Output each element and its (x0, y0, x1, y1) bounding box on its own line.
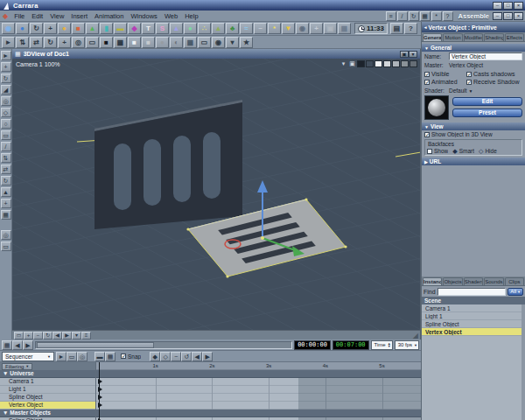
gouraud-mode-icon[interactable] (383, 60, 391, 67)
scale-tool-icon[interactable]: ◢ (1, 85, 11, 94)
menu-help[interactable]: Help (181, 12, 201, 20)
hand-tool-icon[interactable]: ▭ (66, 352, 77, 361)
production-frame-icon[interactable]: ▭ (198, 37, 211, 48)
next-view-icon[interactable]: ▶ (62, 332, 72, 340)
shaded-globe-icon[interactable]: ● (16, 23, 29, 34)
filtering-dropdown[interactable]: Filtering ▼ (2, 363, 32, 370)
viewport-canvas[interactable]: Camera 1 100% ▾▣ (12, 59, 420, 330)
time-unit-control[interactable]: Time ▲▼ (371, 340, 393, 350)
rotate-scene-icon[interactable]: ↻ (30, 23, 43, 34)
maximize-button[interactable]: □ (503, 2, 513, 10)
sphere-primitive-icon[interactable]: ● (58, 23, 71, 34)
particle-emitter-icon[interactable]: ∴ (198, 23, 211, 34)
prev-view-icon[interactable]: ◀ (52, 332, 62, 340)
universe-manip-icon[interactable]: ◇ (1, 108, 11, 117)
aim-tool-icon[interactable]: + (1, 199, 11, 208)
camera-dolly-icon[interactable]: ⇅ (16, 37, 29, 48)
icosahedron-primitive-icon[interactable]: ◆ (128, 23, 141, 34)
eyedropper-tool-icon[interactable]: / (1, 142, 11, 151)
tab-sounds[interactable]: Sounds (484, 277, 503, 285)
section-view[interactable]: ▼ View (422, 122, 525, 130)
scene-item-vertex-object[interactable]: Vertex Object (422, 328, 525, 336)
camera-bank-icon[interactable]: ↻ (1, 176, 11, 186)
name-input[interactable]: Vertex Object (449, 52, 522, 60)
section-general[interactable]: ▼ General (422, 44, 525, 52)
save-view-icon[interactable]: ▾ (72, 332, 81, 340)
scene-item-camera-1[interactable]: Camera 1 (422, 304, 525, 312)
scrollbar-thumb[interactable] (37, 342, 154, 348)
cube-primitive-icon[interactable]: ■ (72, 23, 85, 34)
hand-tool-icon[interactable]: ▭ (1, 242, 11, 251)
fog-object-icon[interactable]: ~ (254, 23, 267, 34)
render-room-icon[interactable]: ▦ (338, 23, 351, 34)
edit-tool-icon[interactable]: / (397, 11, 408, 21)
backface-hide[interactable]: ◇Hide (479, 148, 497, 154)
zoom-out-icon[interactable]: − (33, 332, 43, 340)
grid-icon[interactable]: ▦ (420, 11, 430, 21)
zoom-in-icon[interactable]: + (24, 332, 33, 340)
scene-tree-icon[interactable]: ≡ (386, 11, 396, 21)
gouraud-mode-icon[interactable]: ■ (142, 37, 155, 48)
phong-mode-icon[interactable]: ● (156, 37, 169, 48)
isolate-view-icon[interactable]: ▣ (348, 60, 356, 67)
checkbox-receive-shadow[interactable]: ✓Receive Shadow (466, 79, 522, 85)
menu-edit[interactable]: Edit (28, 12, 46, 20)
snap-checkbox-box[interactable]: ✓ (121, 354, 126, 359)
info-icon[interactable]: ? (404, 23, 417, 34)
zoom-tool-icon[interactable]: ◎ (77, 352, 88, 361)
collapse-panel-icon[interactable]: ◂ (424, 24, 427, 30)
sketch-mode-icon[interactable] (410, 60, 417, 67)
expand-tracks-icon[interactable]: ▦ (105, 352, 116, 361)
menu-animation[interactable]: Animation (91, 12, 127, 20)
display-options-icon[interactable]: ▾ (226, 37, 239, 48)
track-spline-object[interactable]: Spline Object (0, 394, 95, 402)
target-helper-icon[interactable]: + (310, 23, 323, 34)
zoom-tool-icon[interactable]: ◎ (72, 37, 85, 48)
show-object-checkbox-box[interactable]: ✓ (424, 132, 430, 137)
flat-mode-icon[interactable] (374, 60, 382, 67)
select-tool-icon[interactable]: ► (56, 352, 66, 361)
timeline-scrollbar[interactable] (35, 341, 292, 349)
snap-toggle[interactable]: ✓Snap (121, 354, 141, 360)
hotpoint-tool-icon[interactable]: ◎ (1, 96, 11, 106)
camera-dolly-icon[interactable]: ⇅ (1, 153, 11, 163)
track-vertex-object[interactable]: Vertex Object (0, 402, 95, 410)
terrain-object-icon[interactable]: ▲ (212, 23, 225, 34)
doc-maximize-button[interactable]: □ (503, 12, 513, 20)
browser-filter-dropdown[interactable]: All ▼ (508, 288, 523, 296)
frame-all-icon[interactable]: ▭ (14, 332, 24, 340)
pointer-tool-icon[interactable]: ► (2, 37, 15, 48)
menu-web[interactable]: Web (161, 12, 181, 20)
move-scene-ic[interactable]: + (44, 23, 57, 34)
text-primitive-icon[interactable]: T (142, 23, 155, 34)
plant-object-icon[interactable]: ♣ (226, 23, 239, 34)
track-light-1[interactable]: Light 1 (0, 386, 95, 394)
no-preview-mode-icon[interactable] (357, 60, 365, 67)
tweener-icon[interactable]: ~ (171, 352, 181, 361)
pan-tool-icon[interactable]: ▭ (86, 37, 99, 48)
cylinder-primitive-icon[interactable]: ▮ (100, 23, 113, 34)
group-object-icon[interactable]: ▣ (324, 23, 337, 34)
sequencer-mode-dropdown[interactable]: Sequencer ▼ (2, 352, 54, 361)
camera-pan-icon[interactable]: ⇄ (1, 164, 11, 174)
tab-clips[interactable]: Clips (505, 277, 524, 285)
menu-windows[interactable]: Windows (127, 12, 160, 20)
next-keyframe-icon[interactable]: ▶ (202, 352, 213, 361)
tab-modifiers[interactable]: Modifiers (464, 33, 483, 41)
spot-light-icon[interactable]: ▼ (282, 23, 295, 34)
edit-shader-button[interactable]: Edit (452, 97, 522, 106)
checkbox-casts-shadows[interactable]: ✓Casts shadows (466, 71, 522, 77)
camera-bank-icon[interactable]: ↻ (44, 37, 57, 48)
camera-settings-icon[interactable]: ◉ (212, 37, 225, 48)
backface-show[interactable]: Show (427, 148, 448, 154)
shader-select[interactable]: Default (449, 88, 467, 94)
snap-checkbox[interactable]: ✓Snap (121, 354, 141, 360)
cone-primitive-icon[interactable]: ▲ (86, 23, 99, 34)
room-mode-label[interactable]: Assemble (458, 12, 489, 20)
orbit-view-icon[interactable]: ↻ (43, 332, 52, 340)
radio-icon[interactable]: ◇ (479, 149, 483, 154)
help-icon[interactable]: ? (443, 11, 453, 21)
bulb-light-icon[interactable]: * (268, 23, 281, 34)
resize-grip-icon[interactable]: ◢ (413, 332, 418, 340)
show-object-checkbox[interactable]: ✓Show Object in 3D View (424, 131, 493, 137)
